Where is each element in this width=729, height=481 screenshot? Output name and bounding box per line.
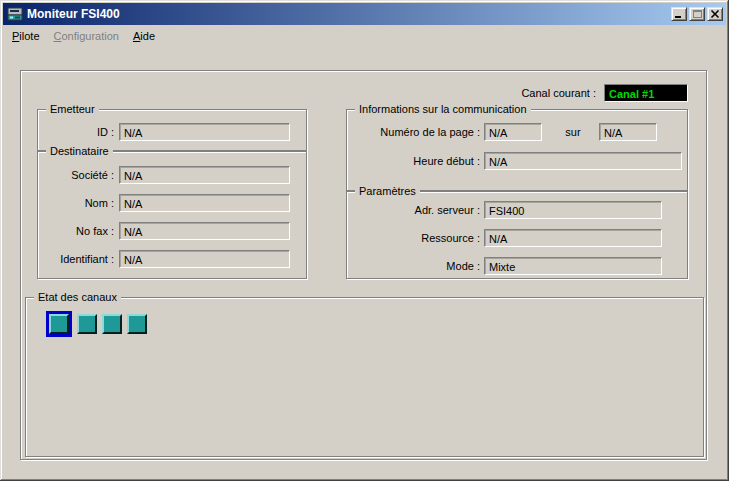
field-row: Nom : N/A	[38, 194, 306, 212]
societe-label: Société :	[38, 166, 114, 184]
id-label: ID :	[38, 123, 114, 141]
canal-courant-row: Canal courant :Canal #1	[521, 84, 688, 102]
channel-indicator-4[interactable]	[127, 314, 147, 334]
ressource-field[interactable]: N/A	[484, 229, 662, 247]
group-destinataire: Destinataire Société : N/A Nom : N/A No …	[37, 151, 307, 279]
id-field[interactable]: N/A	[119, 123, 290, 141]
field-row: Identifiant : N/A	[38, 250, 306, 268]
minimize-icon	[673, 9, 685, 19]
field-row: Mode : Mixte	[347, 257, 687, 275]
channel-indicators	[46, 311, 147, 337]
adr-serveur-field[interactable]: FSI400	[484, 201, 662, 219]
field-row: Heure début : N/A	[347, 152, 687, 170]
societe-field[interactable]: N/A	[119, 166, 290, 184]
mode-label: Mode :	[347, 257, 480, 275]
group-title-parametres: Paramètres	[355, 184, 420, 198]
main-panel: Canal courant :Canal #1 Emetteur ID : N/…	[20, 70, 707, 460]
window-title: Moniteur FSI400	[27, 7, 671, 21]
nofax-label: No fax :	[38, 222, 114, 240]
mode-field[interactable]: Mixte	[484, 257, 662, 275]
group-title-destinataire: Destinataire	[46, 144, 113, 158]
group-etat-canaux: Etat des canaux	[25, 297, 704, 457]
group-parametres: Paramètres Adr. serveur : FSI400 Ressour…	[346, 191, 688, 279]
channel-indicator-3[interactable]	[102, 314, 122, 334]
field-row: Ressource : N/A	[347, 229, 687, 247]
canal-courant-field: Canal #1	[604, 84, 688, 102]
channel-led-icon	[49, 314, 69, 334]
ressource-label: Ressource :	[347, 229, 480, 247]
channel-indicator-1-selected[interactable]	[46, 311, 72, 337]
titlebar[interactable]: Moniteur FSI400	[3, 3, 726, 25]
canal-courant-label: Canal courant :	[521, 84, 596, 102]
identifiant-field[interactable]: N/A	[119, 250, 290, 268]
channel-indicator-2[interactable]	[77, 314, 97, 334]
field-row: No fax : N/A	[38, 222, 306, 240]
app-window: Moniteur FSI400 Pilote Configuration Aid…	[0, 0, 729, 481]
group-title-etat-canaux: Etat des canaux	[34, 290, 121, 304]
page-number-field[interactable]: N/A	[484, 123, 542, 141]
app-icon	[7, 6, 23, 22]
maximize-button[interactable]	[689, 7, 705, 21]
field-row: Société : N/A	[38, 166, 306, 184]
adr-serveur-label: Adr. serveur :	[347, 201, 480, 219]
heure-debut-field[interactable]: N/A	[484, 152, 682, 170]
nofax-field[interactable]: N/A	[119, 222, 290, 240]
nom-label: Nom :	[38, 194, 114, 212]
maximize-icon	[691, 9, 703, 19]
heure-debut-label: Heure début :	[347, 152, 480, 170]
close-button[interactable]	[707, 7, 723, 21]
menu-pilote[interactable]: Pilote	[5, 27, 47, 45]
menu-aide[interactable]: Aide	[126, 27, 162, 45]
menubar: Pilote Configuration Aide	[4, 25, 725, 46]
field-row: Numéro de la page : N/A sur N/A	[347, 123, 687, 141]
group-title-emetteur: Emetteur	[46, 102, 99, 116]
group-informations: Informations sur la communication Numéro…	[346, 109, 688, 191]
page-total-field[interactable]: N/A	[599, 123, 657, 141]
nom-field[interactable]: N/A	[119, 194, 290, 212]
close-icon	[709, 9, 721, 19]
page-number-label: Numéro de la page :	[347, 123, 480, 141]
group-title-informations: Informations sur la communication	[355, 102, 531, 116]
field-row: Adr. serveur : FSI400	[347, 201, 687, 219]
field-row: ID : N/A	[38, 123, 306, 141]
menu-configuration[interactable]: Configuration	[47, 27, 126, 45]
page-sur-label: sur	[550, 123, 596, 141]
minimize-button[interactable]	[671, 7, 687, 21]
identifiant-label: Identifiant :	[38, 250, 114, 268]
